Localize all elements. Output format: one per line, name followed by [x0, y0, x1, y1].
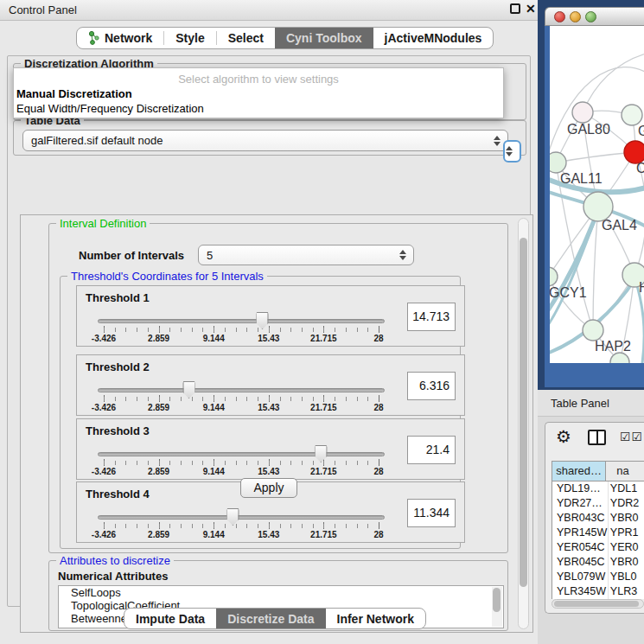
table-row[interactable]: YBL079WYBL0	[552, 570, 644, 584]
cell[interactable]: YBL079W	[552, 570, 609, 584]
tab-cyni-toolbox[interactable]: Cyni Toolbox	[275, 28, 373, 48]
float-window-icon[interactable]	[510, 3, 520, 14]
list-scrollbar[interactable]	[492, 587, 502, 627]
column-header-shared-name[interactable]: shared…	[552, 462, 606, 481]
horizontal-scrollbar[interactable]	[552, 599, 644, 609]
spinner-arrows-icon	[399, 250, 406, 260]
gear-icon[interactable]: ⚙	[556, 426, 571, 447]
apply-button[interactable]: Apply	[240, 478, 297, 498]
threshold-value-field[interactable]: 11.344	[407, 499, 456, 527]
split-columns-icon[interactable]	[588, 430, 606, 445]
minimize-traffic-light[interactable]	[570, 11, 581, 22]
cell[interactable]: YBR043C	[552, 511, 609, 526]
threshold-slider[interactable]: -3.426 2.859 9.144 15.43 21.715 28	[104, 419, 379, 481]
tick-label: 21.715	[310, 403, 337, 412]
node-gcy1[interactable]	[550, 267, 558, 286]
cell[interactable]: YER054C	[552, 540, 609, 555]
node-top-right[interactable]	[622, 105, 642, 125]
scrollbar-thumb[interactable]	[493, 588, 501, 612]
settings-scroll-panel: Interval Definition Number of Intervals …	[20, 214, 533, 633]
threshold-panel: Threshold 1 -3.426 2.859 9.144 15.43 21.…	[76, 285, 465, 347]
network-graph: GAL80 G C GAL11 GAL4 GCY1 H HAP2	[550, 26, 644, 363]
tab-label: Discretize Data	[227, 612, 314, 626]
threshold-slider[interactable]: -3.426 2.859 9.144 15.43 21.715 28	[104, 355, 379, 417]
tab-style[interactable]: Style	[164, 28, 215, 48]
popup-option-equal-width[interactable]: Equal Width/Frequency Discretization	[16, 102, 204, 115]
table-data-value: galFiltered.sif default node	[31, 134, 163, 147]
table-row[interactable]: YBR045CYBR0	[552, 555, 644, 570]
threshold-value-field[interactable]: 14.713	[407, 303, 456, 331]
top-tabbar: Network Style Select Cyni Toolbox jActiv…	[76, 27, 494, 49]
node-gal11[interactable]	[550, 152, 566, 173]
slider-minor-ticks	[104, 397, 379, 401]
threshold-panel: Threshold 2 -3.426 2.859 9.144 15.43 21.…	[76, 354, 465, 416]
scrollbar-thumb[interactable]	[520, 238, 527, 587]
close-traffic-light[interactable]	[554, 11, 565, 22]
node-label-gal11: GAL11	[560, 171, 603, 186]
threshold-slider[interactable]: -3.426 2.859 9.144 15.43 21.715 28	[104, 286, 379, 348]
tick-label: 21.715	[310, 467, 337, 476]
vertical-scrollbar[interactable]	[518, 218, 529, 629]
close-icon[interactable]: ✕	[526, 2, 536, 16]
network-canvas[interactable]: GAL80 G C GAL11 GAL4 GCY1 H HAP2	[550, 26, 644, 363]
tab-infer-network[interactable]: Infer Network	[326, 609, 425, 628]
cell[interactable]: YBL0	[609, 570, 644, 584]
scrollbar-thumb[interactable]	[554, 601, 639, 607]
node-gal80[interactable]	[572, 102, 593, 123]
node-hap2[interactable]	[583, 320, 603, 341]
node-gal4[interactable]	[583, 192, 613, 221]
tab-jactivemnodules[interactable]: jActiveMNodules	[373, 28, 494, 48]
cell[interactable]: YPR1	[609, 526, 644, 540]
algorithm-dropdown-popup: Select algorithm to view settings Manual…	[13, 67, 504, 118]
threshold-value-field[interactable]: 21.4	[407, 436, 456, 464]
tab-label: Infer Network	[337, 612, 414, 626]
table-row[interactable]: YER054CYER0	[552, 540, 644, 555]
zoom-traffic-light[interactable]	[585, 11, 596, 22]
table-panel: ⚙ ☑☑ shared… na YDL19…YDL1 YDR27…YDR2 YB…	[545, 422, 644, 614]
cell[interactable]: YLR345W	[552, 584, 609, 599]
cell[interactable]: YDR27…	[552, 496, 609, 511]
cell[interactable]: YBR045C	[552, 555, 609, 570]
list-item[interactable]: SelfLoops	[59, 586, 503, 599]
combo-arrows-icon	[494, 136, 501, 146]
tab-impute-data[interactable]: Impute Data	[124, 609, 216, 628]
table-row[interactable]: YBR043CYBR0	[552, 511, 644, 526]
tab-network[interactable]: Network	[77, 28, 163, 48]
popup-option-manual-discretization[interactable]: Manual Discretization	[16, 87, 132, 100]
popup-placeholder: Select algorithm to view settings	[14, 73, 503, 86]
tick-label: 28	[373, 530, 383, 539]
number-of-intervals-spinner[interactable]: 5	[198, 245, 414, 265]
cell[interactable]: YER0	[609, 540, 644, 555]
node-label-gal4: GAL4	[602, 218, 637, 233]
table-row[interactable]: YPR145WYPR1	[552, 526, 644, 540]
tab-label: Impute Data	[136, 612, 205, 626]
tab-discretize-data[interactable]: Discretize Data	[216, 609, 325, 628]
select-columns-icons[interactable]: ☑☑	[620, 430, 643, 443]
tab-select[interactable]: Select	[217, 28, 275, 48]
tab-label: Cyni Toolbox	[286, 31, 362, 45]
cell[interactable]: YDL1	[609, 481, 644, 496]
tick-label: 15.43	[258, 467, 279, 476]
table-data-combobox[interactable]: galFiltered.sif default node	[22, 130, 508, 151]
cell[interactable]: YBR0	[609, 555, 644, 570]
slider-minor-ticks	[104, 461, 379, 465]
cyni-toolbox-content: Discretization Algorithm Table Data galF…	[7, 55, 531, 607]
cell[interactable]: YLR3	[609, 584, 644, 599]
tick-label: 2.859	[148, 403, 169, 412]
cell[interactable]: YBR0	[609, 511, 644, 526]
control-panel-titlebar: Control Panel ✕	[0, 0, 538, 21]
table-row[interactable]: YDR27…YDR2	[552, 496, 644, 511]
cell[interactable]: YDL19…	[552, 481, 609, 496]
cell[interactable]: YDR2	[609, 496, 644, 511]
table-row[interactable]: YDL19…YDL1	[552, 481, 644, 496]
node-attribute-table: shared… na YDL19…YDL1 YDR27…YDR2 YBR043C…	[552, 461, 644, 599]
table-panel-title: Table Panel	[551, 397, 609, 410]
tick-label: 15.43	[258, 334, 279, 343]
cell[interactable]: YPR145W	[552, 526, 609, 540]
algorithm-combo-button[interactable]	[503, 140, 521, 163]
threshold-value-field[interactable]: 6.316	[407, 372, 456, 400]
table-row[interactable]: YLR345WYLR3	[552, 584, 644, 599]
thresholds-group-title: Threshold's Coordinates for 5 Intervals	[67, 270, 267, 283]
tick-label: 28	[373, 403, 383, 412]
column-header-name[interactable]: na	[606, 462, 644, 481]
